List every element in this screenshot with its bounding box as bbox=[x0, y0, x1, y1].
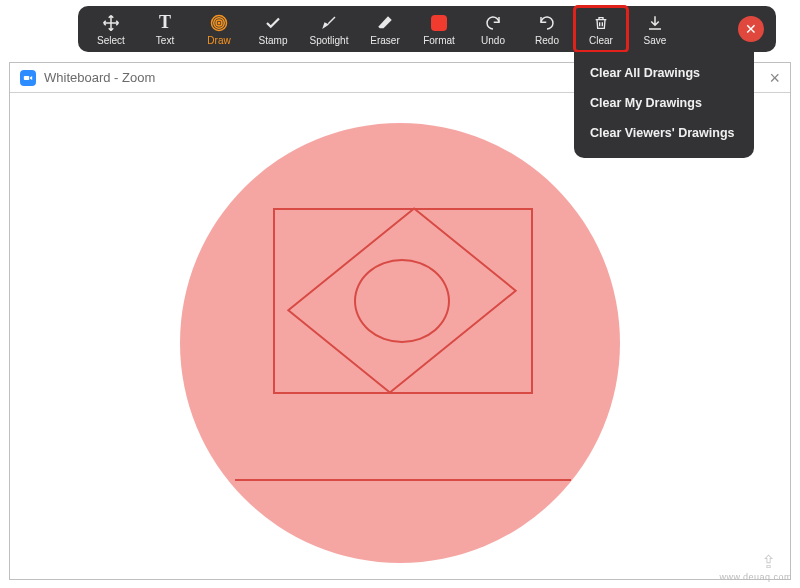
annotation-toolbar: Select T Text Draw Stamp Spotlight Erase… bbox=[78, 6, 776, 52]
save-button[interactable]: Save bbox=[628, 6, 682, 52]
close-toolbar-button[interactable]: ✕ bbox=[738, 16, 764, 42]
redo-button[interactable]: Redo bbox=[520, 6, 574, 52]
svg-point-0 bbox=[218, 22, 220, 24]
drawn-ellipse bbox=[354, 259, 450, 343]
drawn-line bbox=[235, 479, 571, 481]
download-icon bbox=[646, 13, 664, 33]
undo-icon bbox=[484, 13, 502, 33]
tool-label: Text bbox=[156, 35, 174, 46]
trash-icon bbox=[593, 13, 609, 33]
undo-button[interactable]: Undo bbox=[466, 6, 520, 52]
text-tool[interactable]: T Text bbox=[138, 6, 192, 52]
tool-label: Save bbox=[644, 35, 667, 46]
clear-button[interactable]: Clear bbox=[574, 6, 628, 52]
text-icon: T bbox=[159, 13, 171, 33]
tool-label: Eraser bbox=[370, 35, 399, 46]
whiteboard-canvas[interactable]: ⇪ bbox=[10, 93, 790, 579]
stamp-tool[interactable]: Stamp bbox=[246, 6, 300, 52]
svg-rect-4 bbox=[24, 75, 29, 79]
select-tool[interactable]: Select bbox=[84, 6, 138, 52]
clear-dropdown-menu: Clear All Drawings Clear My Drawings Cle… bbox=[574, 52, 754, 158]
redo-icon bbox=[538, 13, 556, 33]
format-swatch-icon bbox=[431, 13, 447, 33]
share-icon[interactable]: ⇪ bbox=[761, 551, 776, 573]
draw-icon bbox=[210, 13, 228, 33]
clear-viewers-drawings[interactable]: Clear Viewers' Drawings bbox=[574, 118, 754, 148]
draw-tool[interactable]: Draw bbox=[192, 6, 246, 52]
spotlight-icon bbox=[320, 13, 338, 33]
format-tool[interactable]: Format bbox=[412, 6, 466, 52]
tool-label: Spotlight bbox=[310, 35, 349, 46]
eraser-icon bbox=[376, 13, 394, 33]
clear-my-drawings[interactable]: Clear My Drawings bbox=[574, 88, 754, 118]
zoom-app-icon bbox=[20, 70, 36, 86]
tool-label: Select bbox=[97, 35, 125, 46]
tool-label: Draw bbox=[207, 35, 230, 46]
window-close-button[interactable]: × bbox=[769, 69, 780, 87]
check-icon bbox=[264, 13, 282, 33]
spotlight-tool[interactable]: Spotlight bbox=[300, 6, 358, 52]
close-icon: ✕ bbox=[745, 21, 757, 37]
tool-label: Format bbox=[423, 35, 455, 46]
window-title: Whiteboard - Zoom bbox=[44, 70, 155, 85]
clear-all-drawings[interactable]: Clear All Drawings bbox=[574, 58, 754, 88]
move-icon bbox=[102, 13, 120, 33]
eraser-tool[interactable]: Eraser bbox=[358, 6, 412, 52]
tool-label: Clear bbox=[589, 35, 613, 46]
tool-label: Undo bbox=[481, 35, 505, 46]
tool-label: Stamp bbox=[259, 35, 288, 46]
tool-label: Redo bbox=[535, 35, 559, 46]
watermark-text: www.deuaq.com bbox=[719, 572, 792, 582]
